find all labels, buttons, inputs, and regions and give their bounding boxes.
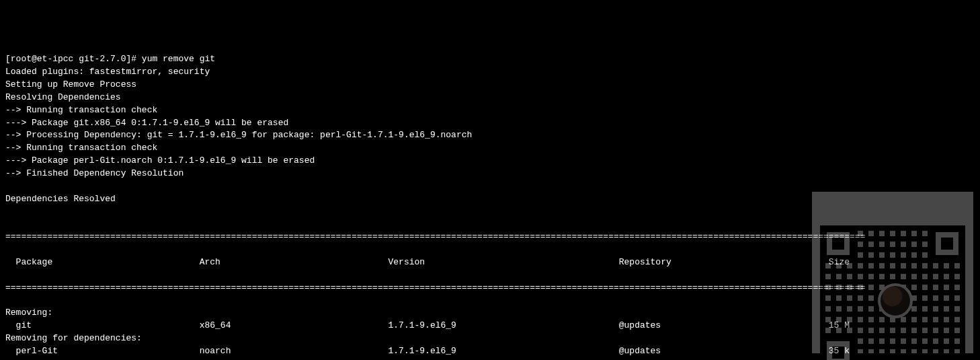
output-line: Setting up Remove Process: [5, 79, 136, 89]
output-line: Resolving Dependencies: [5, 92, 121, 102]
section-title: Removing:: [5, 308, 52, 318]
output-line: ---> Package perl-Git.noarch 0:1.7.1-9.e…: [5, 155, 315, 166]
output-line: Dependencies Resolved: [5, 194, 116, 204]
output-line: --> Processing Dependency: git = 1.7.1-9…: [5, 130, 472, 140]
command-text: yum remove git: [142, 54, 215, 64]
table-row: git x86_64 1.7.1-9.el6_9 @updates 15 M: [5, 320, 850, 330]
output-line: --> Running transaction check: [5, 143, 157, 153]
output-line: ---> Package git.x86_64 0:1.7.1-9.el6_9 …: [5, 118, 288, 128]
section-title: Removing for dependencies:: [5, 333, 142, 343]
output-line: --> Running transaction check: [5, 105, 157, 115]
shell-prompt: [root@et-ipcc git-2.7.0]# yum remove git: [5, 54, 215, 64]
table-row: perl-Git noarch 1.7.1-9.el6_9 @updates 3…: [5, 346, 850, 356]
qr-code-watermark: [812, 192, 973, 353]
output-line: Loaded plugins: fastestmirror, security: [5, 67, 210, 77]
output-line: --> Finished Dependency Resolution: [5, 168, 183, 178]
